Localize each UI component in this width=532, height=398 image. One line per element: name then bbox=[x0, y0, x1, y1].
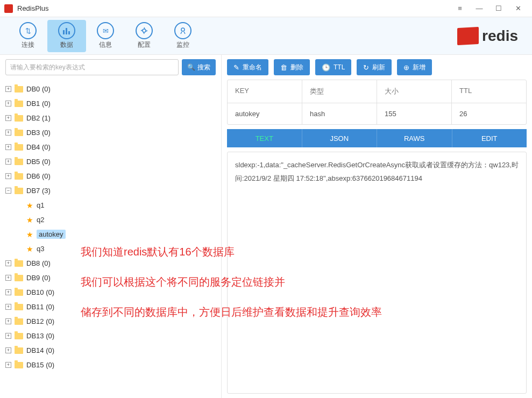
rename-label: 重命名 bbox=[243, 63, 262, 72]
db-label: DB1 (0) bbox=[26, 99, 51, 108]
expand-icon[interactable]: + bbox=[5, 304, 11, 310]
toolbar-monitor[interactable]: 监控 bbox=[164, 20, 202, 52]
delete-label: 删除 bbox=[290, 63, 303, 72]
folder-icon bbox=[15, 115, 23, 122]
db-label: DB15 (0) bbox=[26, 361, 54, 369]
db-node[interactable]: +DB2 (1) bbox=[5, 111, 216, 125]
tab-text[interactable]: TEXT bbox=[227, 129, 302, 147]
tab-raws[interactable]: RAWS bbox=[377, 129, 452, 147]
db-node[interactable]: +DB6 (0) bbox=[5, 169, 216, 183]
star-icon: ★ bbox=[26, 230, 33, 239]
db-node[interactable]: +DB14 (0) bbox=[5, 343, 216, 358]
menu-icon[interactable]: ≡ bbox=[450, 1, 470, 16]
delete-button[interactable]: 🗑删除 bbox=[274, 59, 310, 75]
db-node[interactable]: +DB9 (0) bbox=[5, 271, 216, 285]
db-node[interactable]: +DB3 (0) bbox=[5, 125, 216, 140]
db-node[interactable]: +DB5 (0) bbox=[5, 154, 216, 169]
expand-icon[interactable]: + bbox=[5, 260, 11, 266]
td-key: autokey bbox=[228, 103, 302, 124]
folder-icon bbox=[15, 304, 23, 310]
toolbar-connect[interactable]: ⇅ 连接 bbox=[9, 20, 47, 52]
minimize-button[interactable]: — bbox=[470, 1, 489, 16]
db-node[interactable]: +DB10 (0) bbox=[5, 285, 216, 300]
folder-icon bbox=[15, 318, 23, 325]
th-key: KEY bbox=[228, 80, 302, 103]
db-node[interactable]: +DB13 (0) bbox=[5, 329, 216, 343]
svg-rect-0 bbox=[63, 30, 65, 34]
toolbar-label: 数据 bbox=[60, 40, 73, 49]
toolbar-label: 监控 bbox=[176, 40, 189, 49]
folder-icon bbox=[15, 188, 23, 194]
expand-icon[interactable]: + bbox=[5, 101, 11, 106]
folder-icon bbox=[15, 144, 23, 151]
expand-icon[interactable]: + bbox=[5, 115, 11, 121]
key-node[interactable]: ★q3 bbox=[5, 241, 216, 256]
key-label: q1 bbox=[37, 201, 44, 209]
expand-icon[interactable]: + bbox=[5, 289, 11, 295]
folder-icon bbox=[15, 101, 23, 107]
expand-icon[interactable]: + bbox=[5, 362, 11, 368]
expand-icon[interactable]: + bbox=[5, 275, 11, 281]
expand-icon[interactable]: + bbox=[5, 86, 11, 92]
folder-icon bbox=[15, 275, 23, 281]
expand-icon[interactable]: + bbox=[5, 333, 11, 339]
search-button[interactable]: 🔍 搜索 bbox=[182, 59, 216, 75]
add-button[interactable]: ⊕新增 bbox=[397, 59, 432, 75]
th-type: 类型 bbox=[302, 80, 377, 103]
svg-point-3 bbox=[143, 29, 146, 32]
key-label: autokey bbox=[37, 230, 66, 239]
refresh-button[interactable]: ↻刷新 bbox=[357, 59, 392, 75]
search-input[interactable] bbox=[5, 59, 179, 75]
refresh-icon: ↻ bbox=[363, 63, 369, 72]
tab-json[interactable]: JSON bbox=[302, 129, 378, 147]
db-node[interactable]: +DB8 (0) bbox=[5, 256, 216, 271]
expand-icon[interactable]: + bbox=[5, 173, 11, 179]
refresh-label: 刷新 bbox=[372, 63, 385, 72]
data-icon bbox=[58, 22, 75, 39]
db-label: DB9 (0) bbox=[26, 274, 51, 282]
db-label: DB11 (0) bbox=[26, 303, 54, 311]
svg-rect-1 bbox=[66, 28, 67, 34]
expand-icon[interactable]: + bbox=[5, 159, 11, 165]
db-label: DB6 (0) bbox=[26, 172, 51, 180]
expand-icon[interactable]: + bbox=[5, 318, 11, 324]
plus-icon: ⊕ bbox=[403, 63, 409, 72]
tab-edit[interactable]: EDIT bbox=[452, 129, 527, 147]
config-icon bbox=[136, 22, 153, 39]
toolbar-label: 信息 bbox=[99, 40, 112, 49]
folder-icon bbox=[15, 260, 23, 267]
db-label: DB10 (0) bbox=[26, 288, 54, 296]
db-node[interactable]: +DB1 (0) bbox=[5, 96, 216, 111]
maximize-button[interactable]: ☐ bbox=[489, 1, 508, 16]
ttl-button[interactable]: 🕒TTL bbox=[315, 59, 351, 75]
close-button[interactable]: ✕ bbox=[508, 1, 528, 16]
edit-icon: ✎ bbox=[233, 63, 239, 72]
expand-icon[interactable]: + bbox=[5, 130, 11, 136]
key-node[interactable]: ★q1 bbox=[5, 198, 216, 212]
td-ttl: 26 bbox=[452, 103, 526, 124]
expand-icon[interactable]: + bbox=[5, 144, 11, 150]
key-node[interactable]: ★q2 bbox=[5, 212, 216, 227]
db-node[interactable]: +DB0 (0) bbox=[5, 82, 216, 96]
db-label: DB2 (1) bbox=[26, 114, 51, 122]
toolbar-data[interactable]: 数据 bbox=[47, 20, 86, 52]
app-logo-icon bbox=[4, 4, 13, 13]
rename-button[interactable]: ✎重命名 bbox=[227, 59, 268, 75]
db-node[interactable]: +DB12 (0) bbox=[5, 314, 216, 329]
db-label: DB5 (0) bbox=[26, 158, 51, 166]
db-node[interactable]: +DB15 (0) bbox=[5, 358, 216, 372]
db-label: DB8 (0) bbox=[26, 259, 51, 267]
db-node[interactable]: +DB4 (0) bbox=[5, 140, 216, 154]
th-size: 大小 bbox=[377, 80, 452, 103]
db-tree[interactable]: +DB0 (0)+DB1 (0)+DB2 (1)+DB3 (0)+DB4 (0)… bbox=[0, 80, 221, 398]
toolbar-config[interactable]: 配置 bbox=[125, 20, 164, 52]
key-node[interactable]: ★autokey bbox=[5, 227, 216, 241]
expand-icon[interactable]: + bbox=[5, 347, 11, 353]
db-node[interactable]: +DB11 (0) bbox=[5, 300, 216, 314]
right-panel: ✎重命名 🗑删除 🕒TTL ↻刷新 ⊕新增 KEY 类型 大小 TTL auto… bbox=[222, 55, 532, 398]
db-node[interactable]: −DB7 (3) bbox=[5, 183, 216, 198]
star-icon: ★ bbox=[26, 216, 33, 224]
toolbar-info[interactable]: ✉ 信息 bbox=[86, 20, 125, 52]
collapse-icon[interactable]: − bbox=[5, 188, 11, 194]
star-icon: ★ bbox=[26, 245, 33, 253]
